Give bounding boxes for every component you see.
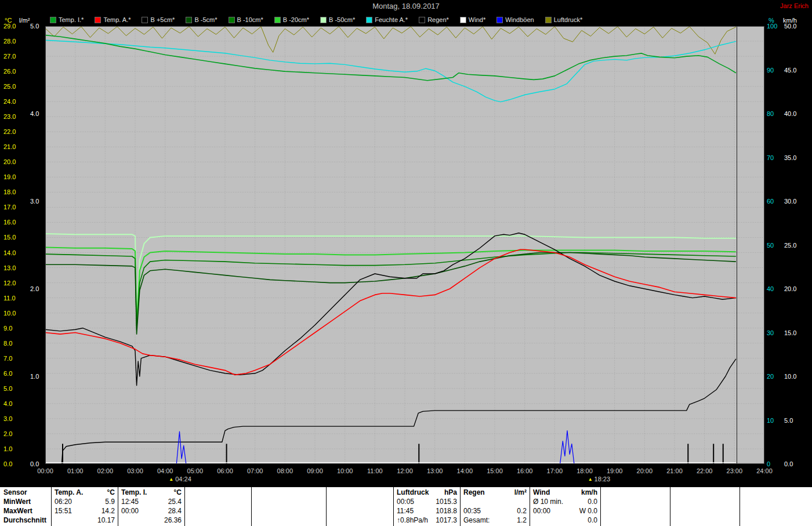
table-cell-right: 1017.3 [436, 516, 457, 525]
kmh-axis-tick: 15.0 [784, 329, 796, 336]
table-column-wind: Windkm/hØ 10 min.0.000:00W 0.00.0 [530, 487, 600, 526]
x-axis-tick: 20:00 [633, 467, 656, 474]
legend-item-boeen: Windböen [496, 16, 534, 23]
c-axis-tick: 0.0 [3, 460, 12, 467]
table-cell [463, 498, 527, 506]
table-cell-right: 0.0 [588, 498, 597, 506]
table-cell [604, 516, 667, 525]
lm2-axis-tick: 1.0 [30, 373, 39, 380]
pct-axis-tick: 0 [767, 460, 770, 467]
legend-label: Wind* [469, 16, 485, 23]
lm2-axis-tick: 5.0 [30, 23, 39, 30]
table-cell: 00:350.2 [463, 507, 527, 516]
table-cell-right: W 0.0 [579, 507, 597, 516]
lm2-axis-tick: 0.0 [30, 460, 39, 467]
table-cell-right: 1018.8 [436, 507, 457, 516]
kmh-axis-tick: 40.0 [784, 110, 796, 117]
table-cell-left: Ø 10 min. [533, 498, 563, 506]
x-axis-tick: 05:00 [183, 467, 206, 474]
c-axis-tick: 29.0 [3, 23, 16, 30]
table-cell [329, 488, 390, 497]
kmh-axis-tick: 35.0 [784, 154, 796, 161]
table-cell: 12:4525.4 [121, 498, 182, 506]
legend-label: Regen* [427, 16, 449, 23]
c-axis-tick: 4.0 [3, 400, 12, 407]
kmh-axis-tick: 30.0 [784, 198, 796, 205]
kmh-axis-tick: 20.0 [784, 285, 796, 292]
legend-swatch [460, 17, 466, 23]
lm2-axis-tick: 2.0 [30, 285, 39, 292]
table-cell: 00:00W 0.0 [533, 507, 597, 516]
c-axis-tick: 5.0 [3, 385, 12, 392]
table-cell [673, 516, 737, 525]
table-cell-right: 0.2 [517, 507, 527, 516]
table-cell-right: hPa [444, 488, 457, 497]
pct-axis-tick: 10 [767, 417, 774, 424]
legend-item-wind: Wind* [460, 16, 485, 23]
table-cell [743, 516, 809, 525]
legend-item-feuchte: Feuchte A.* [366, 16, 408, 23]
x-axis-tick: 13:00 [423, 467, 447, 474]
c-axis-tick: 9.0 [3, 325, 12, 332]
table-cell-right: 25.4 [168, 498, 182, 506]
x-axis-tick: 08:00 [273, 467, 296, 474]
chart-area: Montag, 18.09.2017 Jarz Erich Temp. I.*T… [0, 0, 812, 487]
table-cell-right: km/h [581, 488, 597, 497]
table-column-luftdruck: LuftdruckhPa00:051015.311:451018.8↑0.8hP… [393, 487, 460, 526]
page-title: Montag, 18.09.2017 [0, 0, 812, 13]
table-cell-left: Temp. I. [121, 488, 147, 497]
c-axis-tick: 8.0 [3, 340, 12, 347]
legend-item-temp_i: Temp. I.* [50, 16, 84, 23]
table-cell: 06:205.9 [55, 498, 115, 506]
c-axis-tick: 25.0 [3, 83, 16, 90]
legend-item-b_p5: B +5cm* [142, 16, 175, 23]
legend-swatch [50, 17, 56, 23]
c-axis-tick: 16.0 [3, 219, 16, 226]
table-cell-left: Gesamt: [463, 516, 490, 525]
sunset-annotation: ▲18:23 [588, 475, 610, 483]
legend-swatch [142, 17, 148, 23]
pct-axis-tick: 80 [767, 110, 774, 117]
table-cell [188, 507, 248, 516]
x-axis-tick: 03:00 [124, 467, 147, 474]
table-cell [255, 516, 323, 525]
table-cell [329, 498, 390, 506]
kmh-axis-tick: 50.0 [784, 23, 796, 30]
x-axis-tick: 11:00 [363, 467, 386, 474]
legend-swatch [320, 17, 327, 23]
x-axis-tick: 14:00 [453, 467, 476, 474]
table-cell [329, 516, 390, 525]
x-axis-tick: 04:00 [154, 467, 177, 474]
table-cell [604, 488, 667, 497]
legend-label: Windböen [505, 16, 534, 23]
c-axis-tick: 1.0 [3, 445, 12, 452]
table-cell-right: 1.2 [517, 516, 527, 525]
c-axis-tick: 3.0 [3, 415, 12, 422]
legend-swatch [419, 17, 425, 23]
table-cell: Regenl/m² [463, 488, 527, 497]
legend-label: B -10cm* [237, 16, 263, 23]
table-cell: Temp. I.°C [121, 488, 182, 497]
table-cell: Ø 10 min.0.0 [533, 498, 597, 506]
x-axis-tick: 10:00 [334, 467, 357, 474]
x-axis-tick: 01:00 [64, 467, 87, 474]
series-luftdruck [45, 27, 736, 55]
series-feuchte [45, 40, 736, 101]
x-axis-tick: 09:00 [303, 467, 327, 474]
table-column-empty-2 [251, 487, 326, 526]
table-cell [329, 507, 390, 516]
x-axis-tick: 12:00 [393, 467, 416, 474]
legend-swatch [186, 17, 192, 23]
x-axis-tick: 16:00 [513, 467, 536, 474]
legend-label: Temp. I.* [59, 16, 84, 23]
table-cell-left: Wind [533, 488, 550, 497]
series-temp_i [45, 35, 736, 81]
table-cell [255, 488, 323, 497]
table-cell: 10.17 [55, 516, 115, 525]
c-axis-tick: 6.0 [3, 370, 12, 377]
table-cell [255, 498, 323, 506]
table-row-label: MinWert [3, 498, 31, 506]
legend-item-regen: Regen* [419, 16, 449, 23]
table-cell-left: 00:35 [463, 507, 481, 516]
legend-label: Temp. A.* [103, 16, 130, 23]
